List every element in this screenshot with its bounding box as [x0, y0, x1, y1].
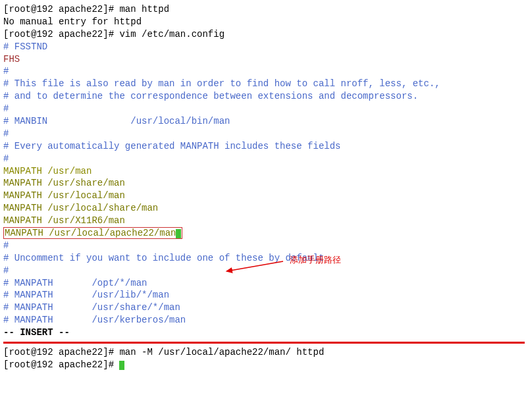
highlight-added-path: MANPATH /usr/local/apache22/man: [3, 227, 182, 239]
manpath-new-line[interactable]: MANPATH /usr/local/apache22/man: [3, 227, 525, 240]
file-text: FHS: [3, 53, 525, 66]
manpath-line: MANPATH /usr/X11R6/man: [3, 215, 525, 227]
command-text: vim /etc/man.config: [119, 29, 224, 39]
file-comment: # MANPATH /usr/kerberos/man: [3, 314, 525, 327]
file-comment: # FSSTND: [3, 41, 525, 53]
command-text: man httpd: [119, 4, 169, 14]
manpath-line: MANPATH /usr/man: [3, 165, 525, 178]
file-comment: #: [3, 128, 525, 140]
vim-mode-indicator: -- INSERT --: [3, 327, 525, 339]
shell-line: [root@192 apache22]# vim /etc/man.config: [3, 28, 525, 41]
annotation-label: 添加手册路径: [290, 254, 341, 266]
file-comment: # MANPATH /usr/lib/*/man: [3, 289, 525, 302]
shell-line: [root@192 apache22]# man httpd: [3, 3, 525, 16]
file-comment: # and to determine the correspondence be…: [3, 90, 525, 103]
shell-output: No manual entry for httpd: [3, 16, 525, 28]
prompt: [root@192 apache22]#: [3, 4, 119, 14]
file-comment: # MANPATH /usr/share/*/man: [3, 302, 525, 314]
file-comment: #: [3, 240, 525, 252]
file-comment: # MANBIN /usr/local/bin/man: [3, 115, 525, 128]
manpath-line: MANPATH /usr/local/man: [3, 190, 525, 202]
shell-line: [root@192 apache22]# man -M /usr/local/a…: [3, 346, 525, 359]
prompt: [root@192 apache22]#: [3, 359, 119, 370]
cursor-icon: [176, 229, 181, 238]
file-comment: # Uncomment if you want to include one o…: [3, 252, 525, 265]
file-comment: #: [3, 65, 525, 78]
file-comment: # Every automatically generated MANPATH …: [3, 140, 525, 153]
manpath-text: MANPATH /usr/local/apache22/man: [5, 228, 176, 238]
file-comment: #: [3, 153, 525, 165]
prompt: [root@192 apache22]#: [3, 29, 119, 39]
prompt: [root@192 apache22]#: [3, 347, 119, 357]
shell-line: [root@192 apache22]#: [3, 359, 525, 371]
manpath-line: MANPATH /usr/share/man: [3, 177, 525, 190]
file-comment: # This file is also read by man in order…: [3, 78, 525, 90]
cursor-icon: [119, 361, 124, 370]
file-comment: # MANPATH /opt/*/man: [3, 277, 525, 290]
command-text: man -M /usr/local/apache22/man/ httpd: [119, 347, 324, 357]
file-comment: #: [3, 265, 525, 277]
file-comment: #: [3, 103, 525, 115]
separator-bar: [3, 342, 525, 344]
manpath-line: MANPATH /usr/local/share/man: [3, 202, 525, 215]
